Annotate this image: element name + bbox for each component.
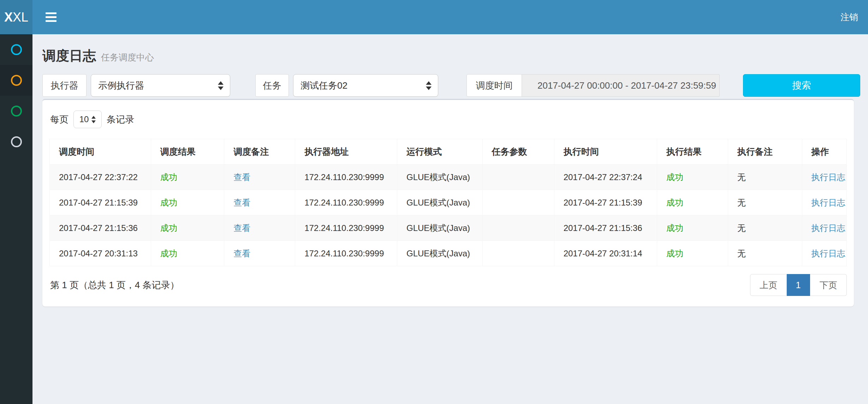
job-label: 任务 (255, 74, 289, 97)
col-executor-address: 执行器地址 (295, 139, 397, 165)
sidebar-item-4[interactable] (0, 126, 32, 157)
cell-job-param (482, 241, 554, 266)
cell-trigger-time: 2017-04-27 20:31:13 (50, 241, 151, 266)
executor-select[interactable]: 示例执行器 (91, 74, 230, 97)
view-trigger-msg-link[interactable]: 查看 (233, 172, 250, 182)
col-handle-msg: 执行备注 (728, 139, 802, 165)
cell-trigger-result: 成功 (151, 190, 224, 215)
cell-handle-msg: 无 (728, 190, 802, 215)
job-select[interactable]: 测试任务02 (293, 74, 438, 97)
sidebar-item-2[interactable] (0, 65, 32, 96)
pagination-row: 第 1 页（总共 1 页，4 条记录） 上页 1 下页 (49, 274, 847, 296)
pagination-group: 上页 1 下页 (750, 274, 847, 296)
circle-outline-icon (11, 136, 22, 147)
next-page-button[interactable]: 下页 (810, 274, 847, 296)
trigger-time-range-input[interactable] (522, 74, 720, 97)
cell-handle-time: 2017-04-27 20:31:14 (554, 241, 657, 266)
content-header: 调度日志 任务调度中心 (42, 34, 860, 74)
page-subtitle: 任务调度中心 (101, 52, 154, 63)
page-1-button[interactable]: 1 (787, 274, 810, 296)
app-logo-bold: X (4, 10, 13, 25)
cell-trigger-time: 2017-04-27 21:15:36 (50, 215, 151, 241)
page-size-suffix: 条记录 (107, 113, 134, 126)
executor-label: 执行器 (42, 74, 87, 97)
view-trigger-msg-link[interactable]: 查看 (233, 249, 250, 258)
cell-glue-type: GLUE模式(Java) (397, 215, 482, 241)
pagination-summary: 第 1 页（总共 1 页，4 条记录） (49, 279, 179, 291)
col-glue-type: 运行模式 (397, 139, 482, 165)
circle-outline-icon (11, 106, 22, 117)
table-row: 2017-04-27 20:31:13 成功 查看 172.24.110.230… (50, 241, 847, 266)
job-select-value: 测试任务02 (301, 79, 422, 92)
cell-handle-msg: 无 (728, 241, 802, 266)
page-size-select[interactable]: 10 (73, 111, 102, 128)
log-panel: 每页 10 条记录 调度时间 调度结果 (42, 99, 854, 307)
col-trigger-result: 调度结果 (151, 139, 224, 165)
app-logo-rest: XL (13, 10, 28, 25)
exec-log-link[interactable]: 执行日志 (811, 223, 845, 233)
exec-log-link[interactable]: 执行日志 (811, 198, 845, 207)
page-size-row: 每页 10 条记录 (49, 108, 847, 130)
cell-handle-time: 2017-04-27 22:37:24 (554, 165, 657, 190)
filter-bar: 执行器 示例执行器 任务 测试任务02 调度时间 搜索 (42, 74, 860, 97)
table-row: 2017-04-27 21:15:39 成功 查看 172.24.110.230… (50, 190, 847, 215)
cell-glue-type: GLUE模式(Java) (397, 190, 482, 215)
cell-executor-address: 172.24.110.230:9999 (295, 165, 397, 190)
cell-trigger-result: 成功 (151, 165, 224, 190)
cell-job-param (482, 190, 554, 215)
cell-handle-time: 2017-04-27 21:15:39 (554, 190, 657, 215)
col-job-param: 任务参数 (482, 139, 554, 165)
view-trigger-msg-link[interactable]: 查看 (233, 223, 250, 233)
navbar-main: 注销 (32, 0, 868, 34)
cell-handle-result: 成功 (657, 215, 728, 241)
table-row: 2017-04-27 22:37:22 成功 查看 172.24.110.230… (50, 165, 847, 190)
cell-handle-result: 成功 (657, 165, 728, 190)
cell-trigger-time: 2017-04-27 22:37:22 (50, 165, 151, 190)
cell-handle-msg: 无 (728, 215, 802, 241)
table-row: 2017-04-27 21:15:36 成功 查看 172.24.110.230… (50, 215, 847, 241)
exec-log-link[interactable]: 执行日志 (811, 249, 845, 258)
page-title-text: 调度日志 (42, 47, 96, 65)
col-handle-time: 执行时间 (554, 139, 657, 165)
page-title: 调度日志 任务调度中心 (42, 47, 860, 65)
trigger-time-label: 调度时间 (466, 74, 522, 97)
cell-glue-type: GLUE模式(Java) (397, 241, 482, 266)
cell-executor-address: 172.24.110.230:9999 (295, 241, 397, 266)
cell-trigger-result: 成功 (151, 241, 224, 266)
top-navbar: XXL 注销 (0, 0, 868, 34)
app-logo[interactable]: XXL (0, 0, 32, 34)
col-trigger-time: 调度时间 (50, 139, 151, 165)
cell-handle-time: 2017-04-27 21:15:36 (554, 215, 657, 241)
col-handle-result: 执行结果 (657, 139, 728, 165)
sidebar-item-1[interactable] (0, 34, 32, 65)
sidebar-item-3[interactable] (0, 96, 32, 126)
search-button[interactable]: 搜索 (743, 74, 860, 97)
logout-link[interactable]: 注销 (840, 11, 858, 23)
table-header-row: 调度时间 调度结果 调度备注 执行器地址 运行模式 任务参数 执行时间 执行结果… (50, 139, 847, 165)
cell-trigger-time: 2017-04-27 21:15:39 (50, 190, 151, 215)
col-action: 操作 (802, 139, 846, 165)
sidebar-toggle-icon[interactable] (42, 9, 60, 25)
select-arrows-icon (218, 81, 224, 90)
col-trigger-msg: 调度备注 (224, 139, 295, 165)
cell-trigger-result: 成功 (151, 215, 224, 241)
cell-job-param (482, 215, 554, 241)
circle-outline-icon (11, 44, 22, 55)
executor-select-value: 示例执行器 (98, 79, 214, 92)
cell-handle-msg: 无 (728, 165, 802, 190)
select-arrows-icon (426, 81, 432, 90)
circle-outline-icon (11, 75, 22, 86)
log-table: 调度时间 调度结果 调度备注 执行器地址 运行模式 任务参数 执行时间 执行结果… (49, 139, 847, 266)
cell-job-param (482, 165, 554, 190)
page-size-value: 10 (79, 114, 89, 124)
view-trigger-msg-link[interactable]: 查看 (233, 198, 250, 207)
sidebar (0, 34, 32, 404)
prev-page-button[interactable]: 上页 (750, 274, 787, 296)
cell-glue-type: GLUE模式(Java) (397, 165, 482, 190)
app-root: XXL 注销 调度日志 任务调度中心 (0, 0, 868, 404)
hamburger-bar (46, 16, 57, 18)
cell-handle-result: 成功 (657, 190, 728, 215)
exec-log-link[interactable]: 执行日志 (811, 172, 845, 182)
hamburger-bar (46, 20, 57, 22)
main-content: 调度日志 任务调度中心 执行器 示例执行器 任务 测试任务02 调度时间 搜索 … (32, 34, 868, 404)
